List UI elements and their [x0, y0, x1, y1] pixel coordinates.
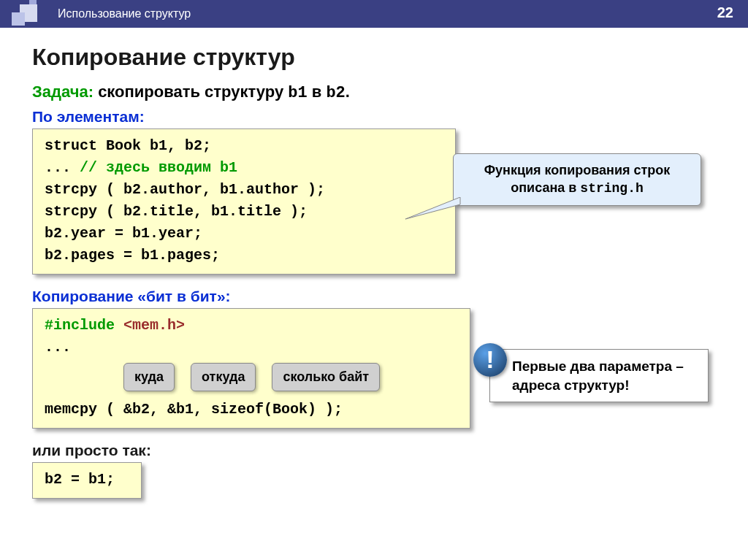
svg-marker-0	[405, 197, 460, 219]
slide-content: Копирование структур Задача: скопировать…	[0, 28, 748, 519]
section-1-label: По элементам:	[32, 108, 722, 126]
callout1-tail-icon	[405, 197, 464, 226]
code1-line6: b2.pages = b1.pages;	[45, 245, 443, 266]
section-3-label: или просто так:	[32, 442, 722, 459]
callout1-line2: описана в string.h	[464, 179, 690, 197]
task-b1: b1	[288, 84, 307, 102]
arg-label-size: сколько байт	[272, 363, 380, 391]
arg-label-src: откуда	[191, 363, 256, 391]
callout-string-h: Функция копирования строк описана в stri…	[453, 153, 701, 206]
task-end: .	[346, 83, 350, 101]
code-block-2: #include <mem.h> ... куда откуда сколько…	[32, 308, 470, 429]
code2-line1: #include <mem.h>	[45, 315, 458, 337]
task-line: Задача: скопировать структуру b1 в b2.	[32, 83, 722, 102]
task-b2: b2	[326, 84, 345, 102]
code2-line2: ...	[45, 337, 458, 358]
task-label: Задача:	[32, 83, 94, 101]
task-mid: в	[308, 83, 327, 101]
header-decoration	[0, 0, 40, 28]
code1-line3: strcpy ( b2.author, b1.author );	[45, 179, 443, 201]
code1-line4: strcpy ( b2.title, b1.title );	[45, 201, 443, 223]
code3-line1: b2 = b1;	[45, 469, 129, 491]
code-block-1: struct Book b1, b2; ... // здесь вводим …	[32, 129, 456, 275]
code-block-3: b2 = b1;	[32, 462, 142, 499]
warning-box: Первые два параметра – адреса структур!	[489, 349, 709, 402]
arg-labels-row: куда откуда сколько байт	[123, 363, 458, 391]
code2-line3: memcpy ( &b2, &b1, sizeof(Book) );	[45, 399, 458, 421]
code1-line5: b2.year = b1.year;	[45, 223, 443, 245]
code1-line2: ... // здесь вводим b1	[45, 157, 443, 179]
slide-title: Копирование структур	[32, 44, 722, 71]
exclamation-icon: !	[473, 343, 507, 377]
slide-header: Использование структур 22	[0, 0, 748, 28]
code1-line1: struct Book b1, b2;	[45, 135, 443, 157]
header-subtitle: Использование структур	[58, 7, 191, 20]
warn-text: Первые два параметра – адреса структур!	[512, 358, 684, 393]
task-text-pre: скопировать структуру	[94, 83, 288, 101]
page-number: 22	[717, 4, 733, 21]
arg-label-dest: куда	[123, 363, 175, 391]
section-2-label: Копирование «бит в бит»:	[32, 288, 722, 305]
callout1-line1: Функция копирования строк	[464, 161, 690, 179]
